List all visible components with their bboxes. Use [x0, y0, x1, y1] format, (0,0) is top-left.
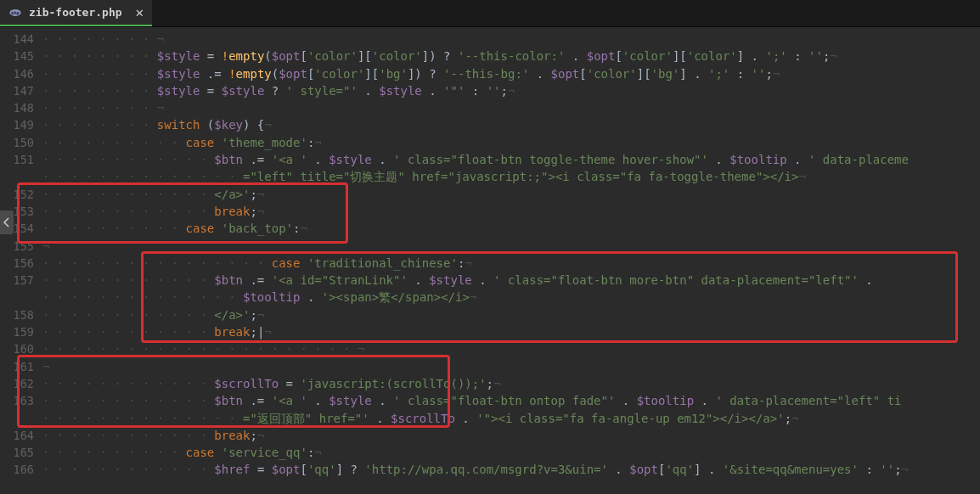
line-number: 151	[5, 151, 34, 168]
code-area[interactable]: · · · · · · · · ¬· · · · · · · · $style …	[42, 27, 980, 494]
code-line[interactable]: · · · · · · · · · · · · $btn .= '<a ' . …	[42, 392, 980, 409]
code-line[interactable]: · · · · · · · · · · · · · · $tooltip . '…	[42, 289, 980, 306]
code-line[interactable]: · · · · · · · · · · · · $btn .= '<a ' . …	[42, 151, 980, 168]
close-icon[interactable]: ✕	[136, 4, 144, 20]
code-editor[interactable]: 1441451461471481491501511521531541551561…	[0, 27, 980, 494]
code-line[interactable]: · · · · · · · · · · · · </a>';¬	[42, 186, 980, 203]
code-line[interactable]: · · · · · · · · switch ($key) {¬	[42, 116, 980, 133]
line-number: 150	[5, 134, 34, 151]
line-number: 165	[5, 444, 34, 461]
code-line[interactable]: · · · · · · · · $style = $style ? ' styl…	[42, 82, 980, 99]
code-line[interactable]: · · · · · · · · · · · · break;¬	[42, 427, 980, 444]
file-tab[interactable]: php zib-footer.php ✕	[0, 0, 152, 26]
svg-text:php: php	[11, 10, 20, 16]
code-line[interactable]: · · · · · · · · · · · · · · · · · · · · …	[42, 340, 980, 357]
tab-bar: php zib-footer.php ✕	[0, 0, 980, 27]
code-line[interactable]: · · · · · · · · · · case 'back_top':¬	[42, 220, 980, 237]
code-line[interactable]: · · · · · · · · · · case 'theme_mode':¬	[42, 134, 980, 151]
code-line[interactable]: · · · · · · · · $style .= !empty($opt['c…	[42, 65, 980, 82]
code-line[interactable]: · · · · · · · · · · case 'service_qq':¬	[42, 444, 980, 461]
line-number	[5, 410, 34, 427]
line-number: 155	[5, 238, 34, 255]
code-line[interactable]: ¬	[42, 358, 980, 375]
code-line[interactable]: · · · · · · · · · · · · $scrollTo = 'jav…	[42, 375, 980, 392]
code-line[interactable]: · · · · · · · · · · · · $btn .= '<a id="…	[42, 272, 980, 289]
code-line[interactable]: · · · · · · · · · · · · break;|¬	[42, 323, 980, 340]
line-number: 152	[5, 186, 34, 203]
line-number	[5, 168, 34, 185]
code-line[interactable]: · · · · · · · · · · · · </a>';¬	[42, 306, 980, 323]
line-number: 163	[5, 392, 34, 409]
line-number: 160	[5, 340, 34, 357]
code-line[interactable]: · · · · · · · · · · · · · · · · case 'tr…	[42, 255, 980, 272]
code-line[interactable]: · · · · · · · · · · · · · · ="返回顶部" href…	[42, 410, 980, 427]
line-number: 144	[5, 31, 34, 48]
line-number-gutter: 1441451461471481491501511521531541551561…	[0, 27, 42, 494]
code-line[interactable]: · · · · · · · · · · · · · · ="left" titl…	[42, 168, 980, 185]
line-number: 159	[5, 323, 34, 340]
line-number	[5, 289, 34, 306]
line-number: 158	[5, 306, 34, 323]
code-line[interactable]: ¬	[42, 238, 980, 255]
tab-filename: zib-footer.php	[29, 6, 122, 19]
line-number: 156	[5, 255, 34, 272]
line-number: 149	[5, 116, 34, 133]
line-number: 166	[5, 461, 34, 478]
line-number: 164	[5, 427, 34, 444]
code-line[interactable]: · · · · · · · · · · · · $href = $opt['qq…	[42, 461, 980, 478]
code-line[interactable]: · · · · · · · · ¬	[42, 99, 980, 116]
line-number: 157	[5, 272, 34, 289]
line-number: 162	[5, 375, 34, 392]
code-line[interactable]: · · · · · · · · ¬	[42, 31, 980, 48]
php-file-icon: php	[8, 6, 22, 20]
line-number: 161	[5, 358, 34, 375]
line-number: 146	[5, 65, 34, 82]
line-number: 145	[5, 48, 34, 65]
expand-handle-icon[interactable]	[0, 211, 14, 234]
code-line[interactable]: · · · · · · · · $style = !empty($opt['co…	[42, 48, 980, 65]
code-line[interactable]: · · · · · · · · · · · · break;¬	[42, 203, 980, 220]
line-number: 147	[5, 82, 34, 99]
line-number: 148	[5, 99, 34, 116]
